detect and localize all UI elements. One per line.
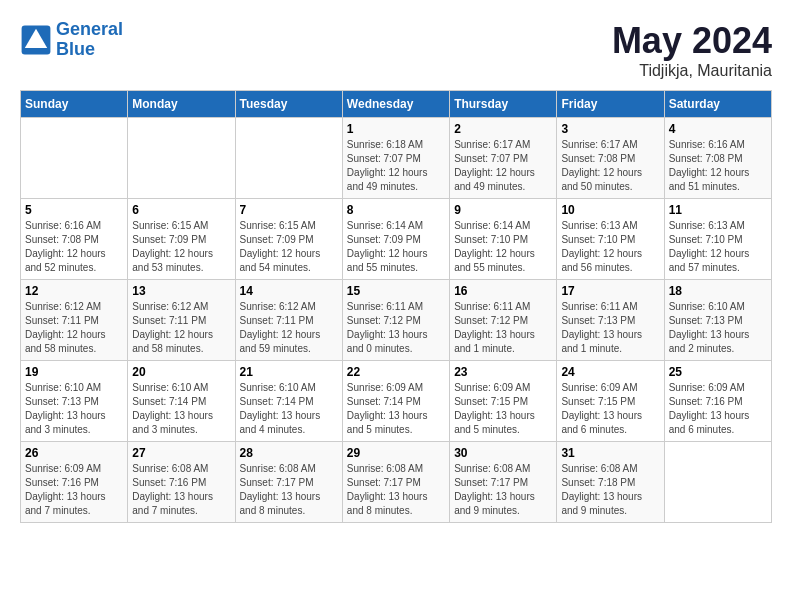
- day-detail: Sunrise: 6:10 AM Sunset: 7:13 PM Dayligh…: [669, 300, 767, 356]
- table-cell: 30Sunrise: 6:08 AM Sunset: 7:17 PM Dayli…: [450, 442, 557, 523]
- month-title: May 2024: [612, 20, 772, 62]
- weekday-header-sunday: Sunday: [21, 91, 128, 118]
- title-block: May 2024 Tidjikja, Mauritania: [612, 20, 772, 80]
- table-cell: 29Sunrise: 6:08 AM Sunset: 7:17 PM Dayli…: [342, 442, 449, 523]
- day-number: 25: [669, 365, 767, 379]
- day-detail: Sunrise: 6:15 AM Sunset: 7:09 PM Dayligh…: [240, 219, 338, 275]
- day-detail: Sunrise: 6:14 AM Sunset: 7:10 PM Dayligh…: [454, 219, 552, 275]
- day-detail: Sunrise: 6:08 AM Sunset: 7:17 PM Dayligh…: [454, 462, 552, 518]
- weekday-header-row: SundayMondayTuesdayWednesdayThursdayFrid…: [21, 91, 772, 118]
- day-detail: Sunrise: 6:11 AM Sunset: 7:12 PM Dayligh…: [347, 300, 445, 356]
- day-number: 6: [132, 203, 230, 217]
- table-cell: 12Sunrise: 6:12 AM Sunset: 7:11 PM Dayli…: [21, 280, 128, 361]
- weekday-header-saturday: Saturday: [664, 91, 771, 118]
- day-number: 19: [25, 365, 123, 379]
- location-subtitle: Tidjikja, Mauritania: [612, 62, 772, 80]
- day-detail: Sunrise: 6:09 AM Sunset: 7:15 PM Dayligh…: [454, 381, 552, 437]
- table-cell: 1Sunrise: 6:18 AM Sunset: 7:07 PM Daylig…: [342, 118, 449, 199]
- day-number: 12: [25, 284, 123, 298]
- day-number: 7: [240, 203, 338, 217]
- table-cell: 2Sunrise: 6:17 AM Sunset: 7:07 PM Daylig…: [450, 118, 557, 199]
- weekday-header-thursday: Thursday: [450, 91, 557, 118]
- logo-text: General Blue: [56, 20, 123, 60]
- table-cell: 5Sunrise: 6:16 AM Sunset: 7:08 PM Daylig…: [21, 199, 128, 280]
- table-cell: 15Sunrise: 6:11 AM Sunset: 7:12 PM Dayli…: [342, 280, 449, 361]
- day-number: 27: [132, 446, 230, 460]
- day-detail: Sunrise: 6:09 AM Sunset: 7:14 PM Dayligh…: [347, 381, 445, 437]
- table-cell: 7Sunrise: 6:15 AM Sunset: 7:09 PM Daylig…: [235, 199, 342, 280]
- day-number: 10: [561, 203, 659, 217]
- day-number: 17: [561, 284, 659, 298]
- table-cell: 16Sunrise: 6:11 AM Sunset: 7:12 PM Dayli…: [450, 280, 557, 361]
- table-cell: 17Sunrise: 6:11 AM Sunset: 7:13 PM Dayli…: [557, 280, 664, 361]
- day-number: 30: [454, 446, 552, 460]
- day-number: 18: [669, 284, 767, 298]
- day-number: 5: [25, 203, 123, 217]
- day-number: 23: [454, 365, 552, 379]
- weekday-header-friday: Friday: [557, 91, 664, 118]
- day-detail: Sunrise: 6:08 AM Sunset: 7:17 PM Dayligh…: [240, 462, 338, 518]
- day-detail: Sunrise: 6:10 AM Sunset: 7:13 PM Dayligh…: [25, 381, 123, 437]
- day-number: 2: [454, 122, 552, 136]
- day-detail: Sunrise: 6:09 AM Sunset: 7:16 PM Dayligh…: [25, 462, 123, 518]
- day-detail: Sunrise: 6:14 AM Sunset: 7:09 PM Dayligh…: [347, 219, 445, 275]
- table-cell: 20Sunrise: 6:10 AM Sunset: 7:14 PM Dayli…: [128, 361, 235, 442]
- table-cell: 11Sunrise: 6:13 AM Sunset: 7:10 PM Dayli…: [664, 199, 771, 280]
- day-detail: Sunrise: 6:09 AM Sunset: 7:16 PM Dayligh…: [669, 381, 767, 437]
- week-row-5: 26Sunrise: 6:09 AM Sunset: 7:16 PM Dayli…: [21, 442, 772, 523]
- day-number: 26: [25, 446, 123, 460]
- day-detail: Sunrise: 6:17 AM Sunset: 7:08 PM Dayligh…: [561, 138, 659, 194]
- weekday-header-wednesday: Wednesday: [342, 91, 449, 118]
- week-row-2: 5Sunrise: 6:16 AM Sunset: 7:08 PM Daylig…: [21, 199, 772, 280]
- day-number: 29: [347, 446, 445, 460]
- day-detail: Sunrise: 6:12 AM Sunset: 7:11 PM Dayligh…: [25, 300, 123, 356]
- day-detail: Sunrise: 6:13 AM Sunset: 7:10 PM Dayligh…: [561, 219, 659, 275]
- table-cell: 9Sunrise: 6:14 AM Sunset: 7:10 PM Daylig…: [450, 199, 557, 280]
- day-detail: Sunrise: 6:15 AM Sunset: 7:09 PM Dayligh…: [132, 219, 230, 275]
- table-cell: [235, 118, 342, 199]
- calendar-table: SundayMondayTuesdayWednesdayThursdayFrid…: [20, 90, 772, 523]
- day-number: 22: [347, 365, 445, 379]
- logo-line1: General: [56, 19, 123, 39]
- table-cell: 6Sunrise: 6:15 AM Sunset: 7:09 PM Daylig…: [128, 199, 235, 280]
- table-cell: 28Sunrise: 6:08 AM Sunset: 7:17 PM Dayli…: [235, 442, 342, 523]
- week-row-1: 1Sunrise: 6:18 AM Sunset: 7:07 PM Daylig…: [21, 118, 772, 199]
- day-detail: Sunrise: 6:08 AM Sunset: 7:17 PM Dayligh…: [347, 462, 445, 518]
- table-cell: 24Sunrise: 6:09 AM Sunset: 7:15 PM Dayli…: [557, 361, 664, 442]
- day-number: 11: [669, 203, 767, 217]
- table-cell: 8Sunrise: 6:14 AM Sunset: 7:09 PM Daylig…: [342, 199, 449, 280]
- table-cell: 25Sunrise: 6:09 AM Sunset: 7:16 PM Dayli…: [664, 361, 771, 442]
- day-number: 20: [132, 365, 230, 379]
- day-detail: Sunrise: 6:08 AM Sunset: 7:18 PM Dayligh…: [561, 462, 659, 518]
- table-cell: 13Sunrise: 6:12 AM Sunset: 7:11 PM Dayli…: [128, 280, 235, 361]
- day-number: 1: [347, 122, 445, 136]
- logo: General Blue: [20, 20, 123, 60]
- table-cell: 14Sunrise: 6:12 AM Sunset: 7:11 PM Dayli…: [235, 280, 342, 361]
- day-detail: Sunrise: 6:08 AM Sunset: 7:16 PM Dayligh…: [132, 462, 230, 518]
- table-cell: 19Sunrise: 6:10 AM Sunset: 7:13 PM Dayli…: [21, 361, 128, 442]
- day-detail: Sunrise: 6:12 AM Sunset: 7:11 PM Dayligh…: [240, 300, 338, 356]
- logo-icon: [20, 24, 52, 56]
- table-cell: [664, 442, 771, 523]
- table-cell: 22Sunrise: 6:09 AM Sunset: 7:14 PM Dayli…: [342, 361, 449, 442]
- day-detail: Sunrise: 6:13 AM Sunset: 7:10 PM Dayligh…: [669, 219, 767, 275]
- table-cell: 10Sunrise: 6:13 AM Sunset: 7:10 PM Dayli…: [557, 199, 664, 280]
- table-cell: 18Sunrise: 6:10 AM Sunset: 7:13 PM Dayli…: [664, 280, 771, 361]
- day-detail: Sunrise: 6:16 AM Sunset: 7:08 PM Dayligh…: [25, 219, 123, 275]
- day-detail: Sunrise: 6:18 AM Sunset: 7:07 PM Dayligh…: [347, 138, 445, 194]
- day-number: 16: [454, 284, 552, 298]
- weekday-header-tuesday: Tuesday: [235, 91, 342, 118]
- day-number: 24: [561, 365, 659, 379]
- table-cell: 21Sunrise: 6:10 AM Sunset: 7:14 PM Dayli…: [235, 361, 342, 442]
- day-number: 21: [240, 365, 338, 379]
- day-number: 31: [561, 446, 659, 460]
- day-detail: Sunrise: 6:16 AM Sunset: 7:08 PM Dayligh…: [669, 138, 767, 194]
- day-detail: Sunrise: 6:10 AM Sunset: 7:14 PM Dayligh…: [240, 381, 338, 437]
- day-detail: Sunrise: 6:11 AM Sunset: 7:12 PM Dayligh…: [454, 300, 552, 356]
- weekday-header-monday: Monday: [128, 91, 235, 118]
- day-number: 15: [347, 284, 445, 298]
- day-number: 13: [132, 284, 230, 298]
- table-cell: 31Sunrise: 6:08 AM Sunset: 7:18 PM Dayli…: [557, 442, 664, 523]
- day-number: 14: [240, 284, 338, 298]
- day-detail: Sunrise: 6:17 AM Sunset: 7:07 PM Dayligh…: [454, 138, 552, 194]
